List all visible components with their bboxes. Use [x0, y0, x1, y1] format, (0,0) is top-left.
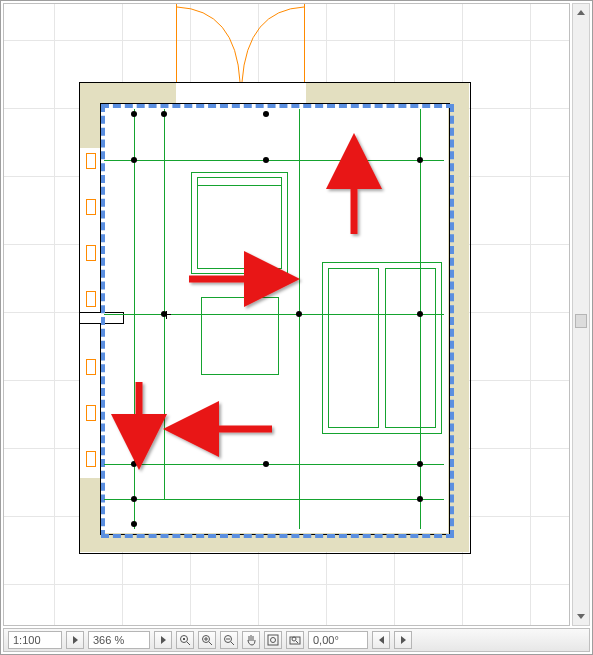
zoom-out-icon	[223, 634, 235, 646]
snap-guide	[299, 109, 300, 529]
scroll-down-icon	[577, 614, 585, 619]
app-window: 1:100 366 % 0,00°	[0, 0, 593, 655]
scroll-up-icon	[577, 10, 585, 15]
edit-handle[interactable]	[131, 157, 137, 163]
zoom-fit-button[interactable]	[264, 631, 282, 649]
svg-rect-14	[268, 635, 278, 645]
edit-handle[interactable]	[131, 496, 137, 502]
angle-step-prev-icon	[379, 636, 384, 644]
zoom-selection-button[interactable]	[176, 631, 194, 649]
origin-marker	[163, 314, 171, 315]
drawing-canvas[interactable]	[3, 3, 570, 626]
window-marker[interactable]	[86, 199, 96, 215]
svg-line-12	[231, 642, 234, 645]
window-marker[interactable]	[86, 405, 96, 421]
svg-line-5	[187, 642, 190, 645]
scroll-down-button[interactable]	[573, 608, 589, 625]
zoom-step-button[interactable]	[154, 631, 172, 649]
furniture-detail	[197, 185, 282, 269]
zoom-selection-icon	[179, 634, 191, 646]
edit-handle[interactable]	[263, 111, 269, 117]
window-marker[interactable]	[86, 291, 96, 307]
zoom-in-button[interactable]	[198, 631, 216, 649]
zoom-out-button[interactable]	[220, 631, 238, 649]
snap-guide	[164, 109, 165, 499]
zoom-value: 366 %	[93, 634, 124, 646]
furniture-bed[interactable]	[322, 262, 442, 434]
step-next-icon	[73, 636, 78, 644]
scale-value: 1:100	[13, 634, 41, 646]
step-next-icon	[161, 636, 166, 644]
pan-hand-icon	[245, 634, 257, 646]
svg-line-18	[296, 641, 298, 643]
edit-handle[interactable]	[296, 311, 302, 317]
scroll-up-button[interactable]	[573, 4, 589, 21]
pan-button[interactable]	[242, 631, 260, 649]
furniture-detail	[197, 177, 282, 186]
edit-handle[interactable]	[131, 521, 137, 527]
svg-line-8	[209, 642, 212, 645]
zoom-fit-icon	[267, 634, 279, 646]
snap-guide	[104, 499, 444, 500]
angle-next-button[interactable]	[394, 631, 412, 649]
edit-handle[interactable]	[263, 157, 269, 163]
edit-handle[interactable]	[417, 496, 423, 502]
furniture-rug[interactable]	[201, 297, 279, 375]
edit-handle[interactable]	[417, 157, 423, 163]
door-frame	[304, 4, 305, 82]
furniture-detail	[385, 268, 436, 428]
zoom-field[interactable]: 366 %	[88, 631, 150, 649]
vscroll-thumb[interactable]	[575, 314, 587, 328]
snap-guide	[104, 160, 444, 161]
svg-point-17	[292, 637, 296, 641]
scale-field[interactable]: 1:100	[8, 631, 62, 649]
angle-field[interactable]: 0,00°	[308, 631, 368, 649]
zoom-in-icon	[201, 634, 213, 646]
furniture-sofa[interactable]	[191, 172, 288, 274]
door-frame	[176, 4, 177, 82]
edit-handle[interactable]	[417, 311, 423, 317]
edit-handle[interactable]	[131, 111, 137, 117]
angle-prev-button[interactable]	[372, 631, 390, 649]
vertical-scrollbar[interactable]	[572, 3, 590, 626]
zoom-window-button[interactable]	[286, 631, 304, 649]
status-bar: 1:100 366 % 0,00°	[3, 628, 590, 652]
edit-handle[interactable]	[263, 461, 269, 467]
angle-step-next-icon	[401, 636, 406, 644]
furniture-detail	[328, 268, 379, 428]
angle-value: 0,00°	[313, 634, 339, 646]
snap-guide	[104, 464, 444, 465]
svg-rect-6	[183, 638, 185, 640]
edit-handle[interactable]	[417, 461, 423, 467]
svg-point-15	[271, 638, 276, 643]
window-marker[interactable]	[86, 245, 96, 261]
window-marker[interactable]	[86, 153, 96, 169]
edit-handle[interactable]	[131, 461, 137, 467]
window-marker[interactable]	[86, 359, 96, 375]
window-marker[interactable]	[86, 451, 96, 467]
edit-handle[interactable]	[161, 111, 167, 117]
zoom-window-icon	[289, 634, 301, 646]
scale-step-button[interactable]	[66, 631, 84, 649]
